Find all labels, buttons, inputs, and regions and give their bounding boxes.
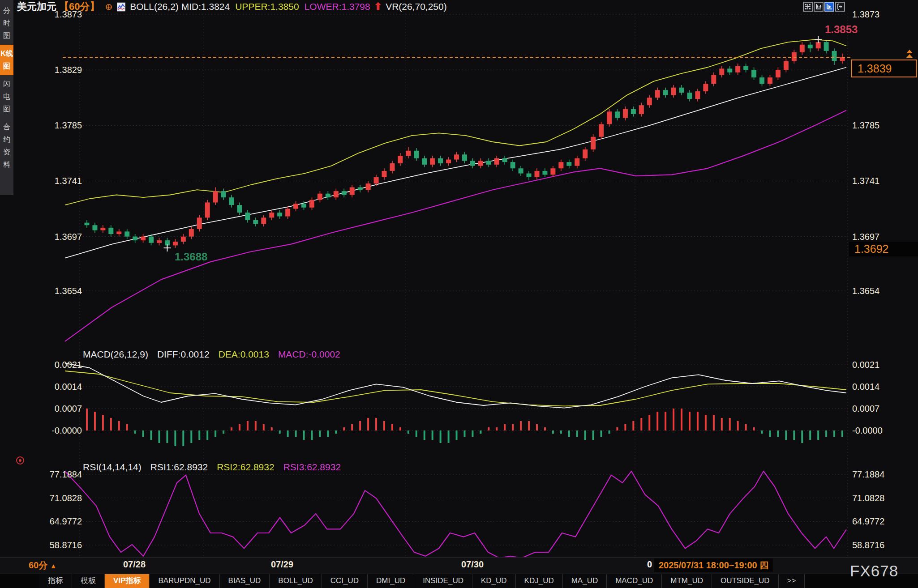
macd-title: MACD(26,12,9) — [83, 349, 148, 360]
axis-label: 1.3785 — [44, 121, 82, 130]
macd-hist-readout: MACD:-0.0002 — [278, 349, 340, 360]
axis-label: -0.0000 — [44, 426, 82, 435]
axis-label: 1.3741 — [852, 176, 879, 185]
tab-MACD_UD[interactable]: MACD_UD — [607, 574, 662, 588]
axis-scale-button[interactable] — [814, 2, 824, 12]
bar-index: 0 — [647, 559, 652, 570]
macd-header: MACD(26,12,9) DIFF:0.0012 DEA:0.0013 MAC… — [83, 349, 340, 360]
date-label: 07/30 — [450, 559, 495, 570]
axis-label: 0.0014 — [44, 382, 82, 391]
axis-label: 1.3873 — [44, 10, 82, 19]
rsi-header: RSI(14,14,14) RSI1:62.8932 RSI2:62.8932 … — [83, 462, 341, 473]
sidebar-item-tab[interactable]: 合约资料 — [0, 118, 13, 174]
axis-label: 0.0014 — [852, 382, 879, 391]
swing-low-label: 1.3688 — [175, 251, 207, 263]
date-label: 07/28 — [112, 559, 157, 570]
rsi2-readout: RSI2:62.8932 — [217, 462, 274, 473]
axis-label: 0.0021 — [44, 360, 82, 369]
tab-BOLL_UD[interactable]: BOLL_UD — [270, 574, 322, 588]
brand-watermark: FX678 — [850, 562, 898, 580]
axis-label: 58.8716 — [852, 541, 884, 550]
move-crosshair-button[interactable] — [803, 2, 813, 12]
axis-label: 0.0007 — [852, 404, 879, 413]
session-high-label: 1.3853 — [825, 23, 858, 36]
current-candle-time-box: 2025/07/31 18:00~19:00 四 — [654, 558, 773, 572]
axis-label: 1.3785 — [852, 121, 879, 130]
circle-plus-icon[interactable]: ⊕ — [105, 2, 112, 11]
axis-label: 0.0021 — [852, 360, 879, 369]
axis-label: 77.1884 — [44, 470, 82, 479]
indicator-chart-icon[interactable] — [117, 2, 125, 12]
macd-diff-readout: DIFF:0.0012 — [157, 349, 210, 360]
target-icon[interactable] — [16, 456, 24, 464]
chart-canvas[interactable] — [0, 0, 918, 588]
chart-type-sidebar: 分时图K线图闪电图合约资料 — [0, 0, 13, 195]
tab-KD_UD[interactable]: KD_UD — [472, 574, 516, 588]
tab-OUTSIDE_UD[interactable]: OUTSIDE_UD — [712, 574, 779, 588]
tab-MTM_UD[interactable]: MTM_UD — [662, 574, 712, 588]
up-arrow-icon: ⬆ — [374, 1, 382, 13]
axis-label: 1.3654 — [44, 286, 82, 295]
tab-DMI_UD[interactable]: DMI_UD — [368, 574, 414, 588]
tab-BARUPDN_UD[interactable]: BARUPDN_UD — [150, 574, 219, 588]
tab-MA_UD[interactable]: MA_UD — [563, 574, 607, 588]
vr-readout: VR(26,70,250) — [386, 1, 447, 12]
tab-[interactable]: 模板 — [72, 574, 105, 588]
axis-label: 77.1884 — [852, 470, 884, 479]
axis-label: 58.8716 — [44, 541, 82, 550]
scroll-up-arrows-icon[interactable] — [906, 50, 913, 59]
axis-label: 1.3697 — [852, 232, 879, 241]
period-badge[interactable]: 60分 ▲ — [29, 559, 57, 571]
axis-label: 1.3697 — [44, 232, 82, 241]
indicator-tabbar: 指标模板VIP指标BARUPDN_UDBIAS_UDBOLL_UDCCI_UDD… — [0, 574, 918, 588]
boll-lower-readout: LOWER:1.3798 — [305, 1, 370, 12]
axis-label: 1.3654 — [852, 286, 879, 295]
tab-CCI_UD[interactable]: CCI_UD — [322, 574, 368, 588]
last-price-box: 1.3839 — [851, 60, 917, 77]
boll-upper-readout: UPPER:1.3850 — [235, 1, 299, 12]
rsi1-readout: RSI1:62.8932 — [150, 462, 208, 473]
tab-INSIDE_UD[interactable]: INSIDE_UD — [414, 574, 472, 588]
axis-label: 1.3741 — [44, 176, 82, 185]
sidebar-item-tab[interactable]: 闪电图 — [0, 75, 13, 118]
axis-label: 1.3829 — [44, 65, 82, 74]
rsi3-readout: RSI3:62.8932 — [283, 462, 341, 473]
chart-app: 分时图K线图闪电图合约资料 美元加元 【60分】 ⊕ BOLL(26,2) MI… — [0, 0, 918, 588]
rsi-title: RSI(14,14,14) — [83, 462, 142, 473]
boll-readout: BOLL(26,2) MID:1.3824 — [130, 1, 230, 12]
axis-label: 71.0828 — [44, 494, 82, 503]
auto-scroll-button[interactable] — [824, 2, 834, 12]
shift-right-button[interactable] — [835, 2, 845, 12]
date-label: 07/29 — [260, 559, 305, 570]
axis-label: 64.9772 — [852, 517, 884, 526]
tab-[interactable]: >> — [779, 574, 805, 588]
tab-KDJ_UD[interactable]: KDJ_UD — [516, 574, 563, 588]
day-low-price-box: 1.3692 — [849, 242, 918, 256]
tab-VIP[interactable]: VIP指标 — [105, 574, 150, 588]
sidebar-item-tab[interactable]: 分时图 — [0, 2, 13, 45]
axis-label: 0.0007 — [44, 404, 82, 413]
axis-label: 71.0828 — [852, 494, 884, 503]
sidebar-item-active[interactable]: K线图 — [0, 45, 13, 75]
axis-label: 1.3873 — [852, 10, 879, 19]
axis-label: 64.9772 — [44, 517, 82, 526]
tab-[interactable]: 指标 — [39, 574, 72, 588]
tab-BIAS_UD[interactable]: BIAS_UD — [220, 574, 270, 588]
macd-dea-readout: DEA:0.0013 — [219, 349, 269, 360]
axis-label: -0.0000 — [852, 426, 883, 435]
